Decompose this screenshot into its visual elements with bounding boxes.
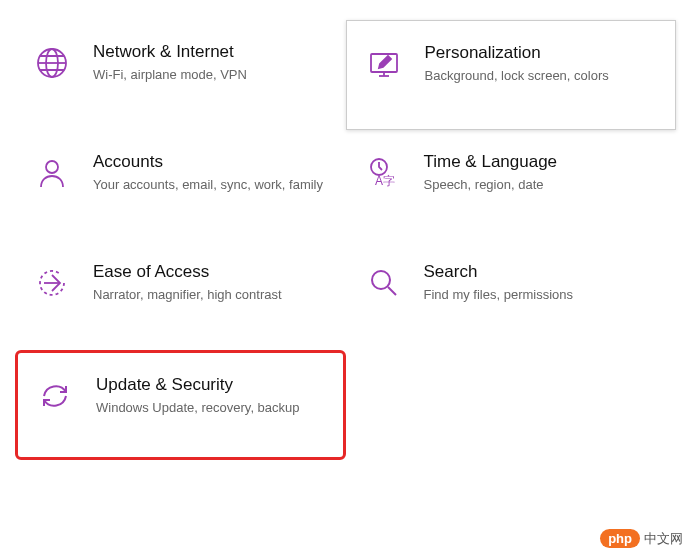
tile-title: Accounts	[93, 152, 332, 172]
watermark-text: 中文网	[644, 530, 683, 548]
svg-line-11	[388, 287, 396, 295]
tile-accounts[interactable]: Accounts Your accounts, email, sync, wor…	[15, 130, 346, 240]
update-sync-icon	[32, 373, 78, 419]
search-icon	[360, 260, 406, 306]
tile-search[interactable]: Search Find my files, permissions	[346, 240, 677, 350]
globe-icon	[29, 40, 75, 86]
svg-point-6	[46, 161, 58, 173]
tile-title: Time & Language	[424, 152, 663, 172]
watermark-badge: php	[600, 529, 640, 548]
personalization-icon	[361, 41, 407, 87]
tile-personalization[interactable]: Personalization Background, lock screen,…	[346, 20, 677, 130]
tile-subtitle: Find my files, permissions	[424, 286, 663, 304]
person-icon	[29, 150, 75, 196]
tile-title: Search	[424, 262, 663, 282]
ease-of-access-icon	[29, 260, 75, 306]
time-language-icon: A字	[360, 150, 406, 196]
tile-title: Network & Internet	[93, 42, 332, 62]
watermark: php 中文网	[600, 529, 683, 548]
tile-subtitle: Narrator, magnifier, high contrast	[93, 286, 332, 304]
tile-subtitle: Your accounts, email, sync, work, family	[93, 176, 332, 194]
settings-grid: Network & Internet Wi-Fi, airplane mode,…	[0, 0, 691, 480]
svg-point-10	[372, 271, 390, 289]
tile-subtitle: Background, lock screen, colors	[425, 67, 662, 85]
tile-subtitle: Speech, region, date	[424, 176, 663, 194]
svg-text:A字: A字	[375, 174, 395, 188]
tile-network-internet[interactable]: Network & Internet Wi-Fi, airplane mode,…	[15, 20, 346, 130]
tile-update-security[interactable]: Update & Security Windows Update, recove…	[15, 350, 346, 460]
tile-title: Personalization	[425, 43, 662, 63]
tile-subtitle: Wi-Fi, airplane mode, VPN	[93, 66, 332, 84]
tile-title: Update & Security	[96, 375, 329, 395]
tile-ease-of-access[interactable]: Ease of Access Narrator, magnifier, high…	[15, 240, 346, 350]
tile-title: Ease of Access	[93, 262, 332, 282]
tile-subtitle: Windows Update, recovery, backup	[96, 399, 329, 417]
tile-time-language[interactable]: A字 Time & Language Speech, region, date	[346, 130, 677, 240]
